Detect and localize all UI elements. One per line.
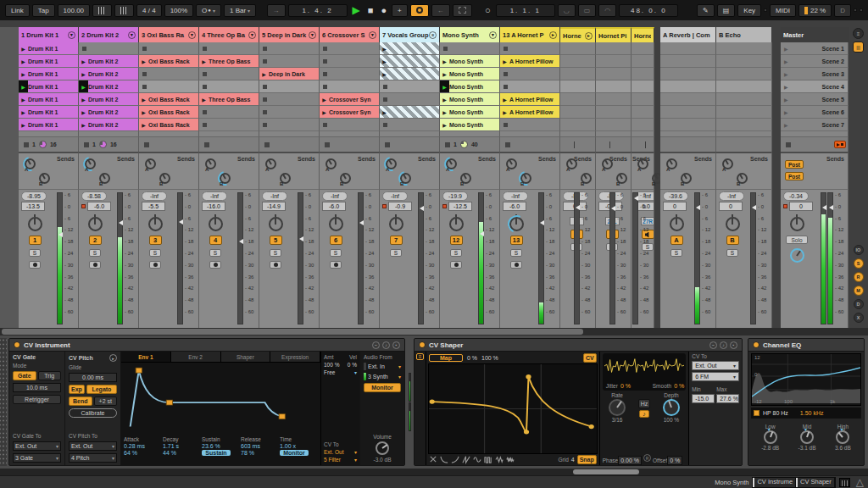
- send-b-knob[interactable]: B: [340, 173, 351, 184]
- fader-handle[interactable]: [58, 232, 63, 237]
- device-view-handle[interactable]: [0, 338, 7, 466]
- empty-slot[interactable]: [716, 42, 772, 55]
- clip-slot-hatched[interactable]: ▶: [380, 106, 440, 119]
- clip-playing-icon[interactable]: ▶: [440, 80, 449, 92]
- peak-level-display[interactable]: -Inf: [202, 191, 227, 201]
- fader-handle[interactable]: [829, 205, 833, 210]
- clip-stop-slot[interactable]: [259, 119, 320, 131]
- empty-slot[interactable]: [716, 55, 772, 68]
- pan-knob[interactable]: [790, 217, 804, 231]
- clip-stop-slot[interactable]: [139, 80, 199, 93]
- loop-toggle[interactable]: ▭: [578, 4, 597, 17]
- solo-button[interactable]: S: [390, 249, 402, 257]
- track-stop-button[interactable]: [445, 142, 450, 147]
- trig-mode-button[interactable]: Trig: [38, 371, 62, 380]
- volume-field[interactable]: -6.0: [87, 202, 111, 211]
- show-r-toggle[interactable]: R: [854, 272, 864, 282]
- clip-slot[interactable]: ▶Oxi Bass Rack: [139, 106, 199, 119]
- clip-play-icon[interactable]: ▶: [139, 58, 148, 64]
- empty-slot[interactable]: [716, 119, 772, 131]
- hotswap-icon[interactable]: ♪: [382, 341, 390, 349]
- clip-slot[interactable]: ▶Oxi Bass Rack: [139, 55, 199, 68]
- scene-slot[interactable]: ▶Scene 6: [781, 106, 849, 119]
- pan-knob[interactable]: [449, 217, 464, 231]
- send-b-knob[interactable]: B: [400, 173, 411, 184]
- device-title-bar[interactable]: CV Shaper −♪▪: [415, 339, 742, 352]
- clip-play-icon[interactable]: ▶: [500, 97, 509, 103]
- send-b-knob[interactable]: B: [737, 173, 748, 184]
- param-value[interactable]: 23.6 %: [202, 443, 238, 449]
- range-max-value[interactable]: 100 %: [481, 355, 498, 361]
- clip-stop-slot[interactable]: [320, 80, 380, 93]
- volume-field[interactable]: -12.5: [448, 202, 472, 211]
- hz-toggle[interactable]: Hz: [638, 399, 651, 408]
- solo-button[interactable]: S: [29, 249, 41, 257]
- clip-play-icon[interactable]: ▶: [79, 122, 88, 128]
- track-header[interactable]: 7 Vocals Group≡: [380, 27, 440, 42]
- clip-slot[interactable]: ▶Mono Synth: [440, 93, 500, 106]
- clip-play-icon[interactable]: ▶: [19, 71, 28, 77]
- volume-fader[interactable]: [57, 192, 63, 324]
- high-value[interactable]: 3.6 dB: [835, 445, 851, 451]
- scene-play-icon[interactable]: ▶: [784, 58, 788, 64]
- peak-level-display[interactable]: -Inf: [322, 191, 348, 201]
- fader-handle[interactable]: [119, 220, 123, 225]
- clip-slot[interactable]: ▶Oxi Bass Rack: [139, 119, 199, 131]
- track-activator[interactable]: 13: [510, 236, 523, 245]
- track-stop-button[interactable]: [144, 142, 149, 147]
- jitter-value[interactable]: 0 %: [620, 383, 631, 389]
- arm-button[interactable]: [209, 261, 221, 269]
- empty-slot[interactable]: [560, 106, 596, 119]
- mixer-toggle-icon[interactable]: |||: [853, 42, 864, 53]
- fader-handle[interactable]: [696, 205, 700, 210]
- pitch-preview-icon[interactable]: ▸: [109, 354, 117, 362]
- track-header[interactable]: 5 Deep in Dark▾: [259, 27, 320, 42]
- track-stop-button[interactable]: [325, 142, 330, 147]
- glide-time-field[interactable]: 0.00 ms: [69, 373, 117, 382]
- solo-button[interactable]: S: [149, 249, 161, 257]
- show-d-toggle[interactable]: D: [854, 299, 864, 309]
- peak-level-display[interactable]: -8.95: [21, 191, 47, 201]
- empty-slot[interactable]: [596, 106, 632, 119]
- clip-slot[interactable]: ▶Oxi Bass Rack: [139, 93, 199, 106]
- send-a-knob[interactable]: A: [666, 158, 677, 169]
- track-header[interactable]: 13 A Hornet P▸: [500, 27, 560, 42]
- clip-play-icon[interactable]: ▶: [19, 97, 28, 103]
- fader-handle[interactable]: [611, 206, 615, 211]
- metronome-toggle[interactable]: O●▾: [196, 4, 221, 17]
- grid-value[interactable]: 4: [571, 457, 575, 463]
- device-horizontal-scrollbar[interactable]: [0, 469, 868, 475]
- clip-slot[interactable]: ▶Drum Kit 1: [19, 55, 79, 68]
- empty-slot[interactable]: [596, 93, 632, 106]
- clip-play-icon[interactable]: ▶: [19, 122, 28, 128]
- clip-play-icon[interactable]: ▶: [199, 58, 209, 64]
- peak-level-display[interactable]: -Inf: [262, 191, 287, 201]
- solo-button[interactable]: S: [330, 249, 342, 257]
- fader-handle[interactable]: [179, 219, 183, 225]
- send-a-knob[interactable]: A: [566, 158, 577, 169]
- param-value[interactable]: 0.28 ms: [124, 443, 160, 449]
- down-icon[interactable]: ▾: [128, 31, 136, 39]
- volume-fader[interactable]: [574, 192, 580, 324]
- play-icon[interactable]: ▸: [585, 32, 593, 40]
- send-b-knob[interactable]: B: [99, 173, 110, 184]
- param-toggle[interactable]: Sustain: [202, 450, 231, 456]
- track-activator[interactable]: 7: [390, 236, 403, 245]
- retrigger-icon[interactable]: R: [643, 454, 651, 462]
- calibrate-button[interactable]: Calibrate: [69, 408, 117, 418]
- clip-stop-slot[interactable]: [199, 80, 259, 93]
- high-knob[interactable]: ▾: [836, 430, 849, 444]
- clip-play-icon[interactable]: ▶: [320, 109, 329, 115]
- param-value[interactable]: 64 %: [124, 450, 160, 456]
- track-stop-button[interactable]: [264, 142, 270, 147]
- clip-stop-slot[interactable]: [259, 106, 320, 119]
- gate-out-select[interactable]: Ext. Out▾: [13, 441, 61, 451]
- volume-fader[interactable]: [750, 192, 756, 324]
- empty-slot[interactable]: [596, 42, 632, 55]
- param-value[interactable]: 1.00 x: [280, 443, 316, 449]
- clip-play-icon[interactable]: ▶: [440, 109, 449, 115]
- chain-mixer-icon[interactable]: [839, 478, 850, 487]
- empty-slot[interactable]: [632, 42, 654, 55]
- track-header[interactable]: 6 Crossover S▾: [320, 27, 380, 42]
- sync-toggle[interactable]: ♪: [639, 410, 649, 418]
